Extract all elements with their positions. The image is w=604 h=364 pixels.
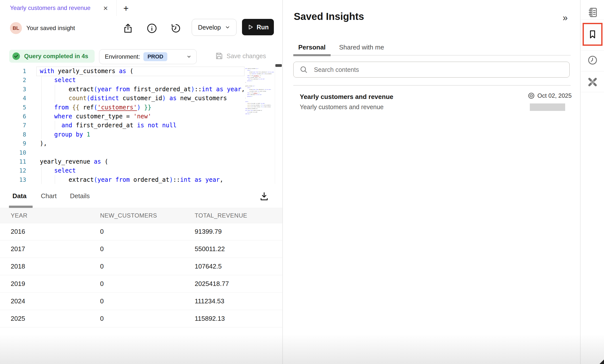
tab-chart[interactable]: Chart (41, 184, 57, 208)
history-rail-button[interactable] (581, 53, 604, 67)
save-changes-button[interactable]: Save changes (215, 46, 266, 66)
table-header: YEAR NEW_CUSTOMERS TOTAL_REVENUE (0, 208, 282, 223)
table-cell: 2019 (11, 275, 25, 292)
loading-skeleton (530, 103, 565, 111)
table-cell: 0 (100, 258, 104, 275)
line-number: 2 (0, 76, 26, 85)
clock-icon (587, 54, 598, 66)
minimap-line: ) (245, 97, 275, 99)
saved-insight-list-item[interactable]: Yearly customers and revenue Oct 02, 202… (290, 90, 573, 117)
close-icon[interactable]: ✕ (102, 4, 110, 12)
tab-yearly-customers[interactable]: Yearly customers and revenue (0, 0, 117, 16)
table-cell: 0 (100, 240, 104, 258)
minimap-line: where ordered_at is not null (245, 94, 275, 95)
code-line: group by 1 (40, 130, 244, 139)
minimap-line: select (245, 101, 275, 102)
lineage-rail-button[interactable] (581, 75, 604, 90)
minimap-line: coalesce(yr.total_revenue, 0) as total_r… (245, 106, 275, 108)
table-cell: 0 (100, 223, 104, 240)
info-button[interactable] (146, 22, 158, 34)
search-input[interactable] (313, 66, 569, 74)
code-line: select (40, 76, 244, 85)
avatar: BL (10, 22, 22, 34)
environment-dropdown[interactable]: Environment: PROD (99, 49, 197, 64)
code-content: with yearly_customers as ( select extrac… (40, 67, 244, 184)
table-cell: 550011.22 (195, 240, 225, 258)
download-button[interactable] (258, 190, 270, 202)
table-row: 20180107642.5 (0, 258, 282, 275)
code-line: select (40, 166, 244, 175)
editor-scrollbar-handle[interactable] (275, 64, 282, 67)
minimap-line: from {{ ref('orders') }} (245, 92, 275, 94)
saved-insights-button-active[interactable] (583, 23, 603, 46)
history-icon (170, 23, 181, 34)
table-cell: 115892.13 (195, 310, 225, 327)
minimap-line: sum(order_total) as total_revenue (245, 90, 275, 92)
insight-item-meta: Oct 02, 2025 (290, 92, 572, 99)
minimap-line: and first_ordered_at is not null (245, 78, 275, 80)
info-icon (146, 23, 157, 34)
table-cell: 2025418.77 (195, 275, 229, 292)
bookmark-icon (587, 29, 598, 40)
resize-corner (600, 360, 604, 364)
results-table-body: 2016091399.7920170550011.2220180107642.5… (0, 223, 282, 327)
code-line: count(distinct customer_id) as new_custo… (40, 94, 244, 103)
table-cell: 91399.79 (195, 223, 222, 240)
collapse-panel-icon[interactable]: » (559, 12, 571, 24)
line-number-gutter: 12345678910111213 (0, 67, 26, 184)
environment-value-badge: PROD (143, 52, 167, 61)
status-bar: Query completed in 4s Environment: PROD … (0, 46, 282, 66)
code-line: with yearly_customers as ( (40, 67, 244, 76)
line-number: 11 (0, 157, 26, 166)
run-button[interactable]: Run (242, 19, 274, 35)
minimap-line: on yc.year = yr.year (245, 111, 275, 113)
column-header-new-customers: NEW_CUSTOMERS (100, 208, 157, 223)
code-line: extract(year from ordered_at)::int as ye… (40, 175, 244, 184)
minimap-line: coalesce(yc.year, yr.year) as year, (245, 102, 275, 104)
history-button[interactable] (170, 22, 182, 34)
search-box (293, 62, 570, 78)
tab-personal[interactable]: Personal (298, 39, 326, 55)
column-header-year: YEAR (11, 208, 27, 223)
minimap-line: coalesce(yc.new_customers, 0) as new_cus… (245, 104, 275, 106)
app-root: Yearly customers and revenue ✕ + BL Your… (0, 0, 604, 364)
active-tab-underline (293, 54, 331, 56)
tab-shared-with-me[interactable]: Shared with me (339, 39, 384, 55)
table-cell: 2018 (11, 258, 25, 275)
code-line: from {{ ref('customers') }} (40, 103, 244, 112)
tab-title[interactable]: Yearly customers and revenue (10, 4, 90, 11)
share-button[interactable] (122, 22, 134, 34)
tool-rail (581, 0, 604, 364)
minimap[interactable]: with yearly_customers as ( select extrac… (245, 68, 275, 115)
notebook-icon (587, 7, 598, 18)
tab-data[interactable]: Data (12, 184, 26, 208)
line-number: 10 (0, 148, 26, 157)
notebook-button[interactable] (581, 5, 604, 19)
minimap-line: yearly_revenue as ( (245, 85, 275, 87)
line-number: 6 (0, 112, 26, 121)
table-cell: 2024 (11, 293, 25, 310)
tab-details[interactable]: Details (70, 184, 90, 208)
environment-label: Environment: (105, 53, 140, 60)
line-number: 1 (0, 67, 26, 76)
minimap-line (245, 83, 275, 85)
sql-code-editor[interactable]: 12345678910111213 with yearly_customers … (0, 66, 282, 184)
develop-label: Develop (198, 24, 221, 31)
play-icon (247, 24, 254, 30)
develop-dropdown[interactable]: Develop (192, 19, 237, 36)
insight-item-subtitle: Yearly customers and revenue (300, 103, 384, 111)
code-line (40, 148, 244, 157)
panel-title: Saved Insights (294, 11, 364, 22)
line-number: 7 (0, 121, 26, 130)
table-cell: 2017 (11, 240, 25, 258)
code-line: and first_ordered_at is not null (40, 121, 244, 130)
line-number: 9 (0, 139, 26, 148)
table-cell: 107642.5 (195, 258, 222, 275)
rail-divider (581, 19, 604, 20)
table-cell: 111234.53 (195, 293, 224, 310)
new-tab-button[interactable]: + (121, 3, 131, 13)
eye-icon (528, 92, 535, 99)
query-editor-panel: Yearly customers and revenue ✕ + BL Your… (0, 0, 282, 364)
chevron-down-icon (225, 25, 230, 30)
rail-divider (581, 71, 604, 71)
